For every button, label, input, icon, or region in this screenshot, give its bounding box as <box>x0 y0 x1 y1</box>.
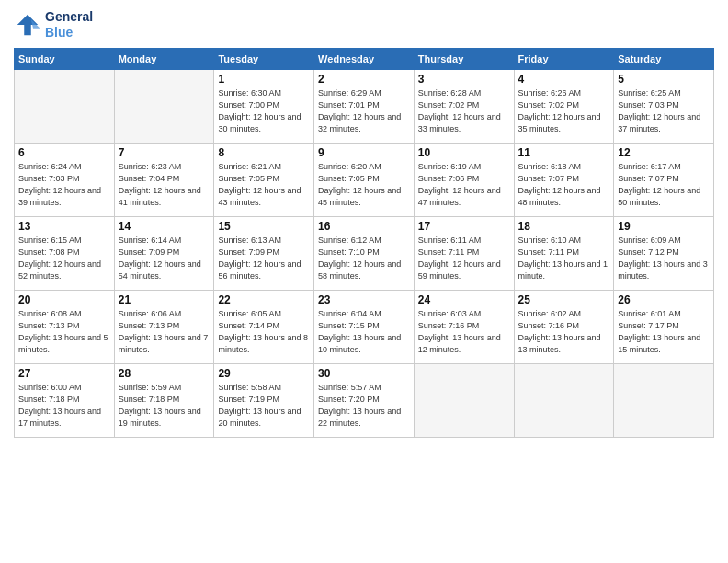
weekday-header-saturday: Saturday <box>614 48 714 69</box>
calendar-cell: 6Sunrise: 6:24 AMSunset: 7:03 PMDaylight… <box>15 143 115 216</box>
calendar-cell: 3Sunrise: 6:28 AMSunset: 7:02 PMDaylight… <box>414 69 514 143</box>
day-number: 6 <box>18 146 110 159</box>
day-info: Sunrise: 6:19 AMSunset: 7:06 PMDaylight:… <box>418 161 510 209</box>
day-info: Sunrise: 6:08 AMSunset: 7:13 PMDaylight:… <box>18 308 110 356</box>
weekday-header-sunday: Sunday <box>15 48 115 69</box>
day-number: 21 <box>119 293 210 306</box>
day-info: Sunrise: 6:24 AMSunset: 7:03 PMDaylight:… <box>18 161 110 209</box>
day-info: Sunrise: 6:30 AMSunset: 7:00 PMDaylight:… <box>218 87 310 135</box>
day-number: 15 <box>218 220 310 233</box>
calendar-cell: 29Sunrise: 5:58 AMSunset: 7:19 PMDayligh… <box>214 363 314 437</box>
day-info: Sunrise: 6:18 AMSunset: 7:07 PMDaylight:… <box>518 161 610 209</box>
day-info: Sunrise: 6:17 AMSunset: 7:07 PMDaylight:… <box>618 161 710 209</box>
day-info: Sunrise: 6:12 AMSunset: 7:10 PMDaylight:… <box>318 235 410 282</box>
day-number: 28 <box>119 367 210 380</box>
day-info: Sunrise: 6:06 AMSunset: 7:13 PMDaylight:… <box>119 308 210 356</box>
calendar-cell: 20Sunrise: 6:08 AMSunset: 7:13 PMDayligh… <box>15 290 115 363</box>
day-info: Sunrise: 5:59 AMSunset: 7:18 PMDaylight:… <box>119 382 210 430</box>
calendar-cell: 9Sunrise: 6:20 AMSunset: 7:05 PMDaylight… <box>314 143 415 216</box>
calendar-cell: 19Sunrise: 6:09 AMSunset: 7:12 PMDayligh… <box>614 216 714 290</box>
calendar-cell <box>414 363 514 437</box>
week-row-1: 1Sunrise: 6:30 AMSunset: 7:00 PMDaylight… <box>15 69 714 143</box>
calendar-cell: 23Sunrise: 6:04 AMSunset: 7:15 PMDayligh… <box>314 290 415 363</box>
day-number: 19 <box>618 220 710 233</box>
day-number: 22 <box>218 293 310 306</box>
day-info: Sunrise: 6:09 AMSunset: 7:12 PMDaylight:… <box>618 235 710 282</box>
day-number: 29 <box>218 367 310 380</box>
day-number: 5 <box>618 73 710 86</box>
week-row-2: 6Sunrise: 6:24 AMSunset: 7:03 PMDaylight… <box>15 143 714 216</box>
week-row-3: 13Sunrise: 6:15 AMSunset: 7:08 PMDayligh… <box>15 216 714 290</box>
logo: General Blue <box>14 9 93 40</box>
day-number: 27 <box>18 367 110 380</box>
weekday-header-tuesday: Tuesday <box>214 48 314 69</box>
calendar-cell: 17Sunrise: 6:11 AMSunset: 7:11 PMDayligh… <box>414 216 514 290</box>
calendar-cell: 8Sunrise: 6:21 AMSunset: 7:05 PMDaylight… <box>214 143 314 216</box>
day-number: 16 <box>318 220 410 233</box>
day-info: Sunrise: 6:20 AMSunset: 7:05 PMDaylight:… <box>318 161 410 209</box>
day-info: Sunrise: 5:58 AMSunset: 7:19 PMDaylight:… <box>218 382 310 430</box>
calendar-cell: 12Sunrise: 6:17 AMSunset: 7:07 PMDayligh… <box>614 143 714 216</box>
day-number: 26 <box>618 293 710 306</box>
day-info: Sunrise: 5:57 AMSunset: 7:20 PMDaylight:… <box>318 382 410 430</box>
day-number: 25 <box>518 293 610 306</box>
weekday-header-monday: Monday <box>114 48 214 69</box>
day-number: 13 <box>18 220 110 233</box>
week-row-4: 20Sunrise: 6:08 AMSunset: 7:13 PMDayligh… <box>15 290 714 363</box>
calendar-cell: 28Sunrise: 5:59 AMSunset: 7:18 PMDayligh… <box>114 363 214 437</box>
calendar-cell: 4Sunrise: 6:26 AMSunset: 7:02 PMDaylight… <box>514 69 614 143</box>
calendar-cell: 15Sunrise: 6:13 AMSunset: 7:09 PMDayligh… <box>214 216 314 290</box>
day-info: Sunrise: 6:00 AMSunset: 7:18 PMDaylight:… <box>18 382 110 430</box>
day-number: 7 <box>119 146 210 159</box>
day-number: 14 <box>119 220 210 233</box>
day-info: Sunrise: 6:21 AMSunset: 7:05 PMDaylight:… <box>218 161 310 209</box>
day-info: Sunrise: 6:01 AMSunset: 7:17 PMDaylight:… <box>618 308 710 356</box>
calendar-cell: 10Sunrise: 6:19 AMSunset: 7:06 PMDayligh… <box>414 143 514 216</box>
day-info: Sunrise: 6:29 AMSunset: 7:01 PMDaylight:… <box>318 87 410 135</box>
calendar-cell <box>614 363 714 437</box>
day-number: 30 <box>318 367 410 380</box>
day-info: Sunrise: 6:13 AMSunset: 7:09 PMDaylight:… <box>218 235 310 282</box>
day-info: Sunrise: 6:05 AMSunset: 7:14 PMDaylight:… <box>218 308 310 356</box>
day-info: Sunrise: 6:04 AMSunset: 7:15 PMDaylight:… <box>318 308 410 356</box>
day-info: Sunrise: 6:26 AMSunset: 7:02 PMDaylight:… <box>518 87 610 135</box>
calendar-cell: 22Sunrise: 6:05 AMSunset: 7:14 PMDayligh… <box>214 290 314 363</box>
day-number: 20 <box>18 293 110 306</box>
day-info: Sunrise: 6:25 AMSunset: 7:03 PMDaylight:… <box>618 87 710 135</box>
page: General Blue SundayMondayTuesdayWednesda… <box>0 0 728 563</box>
day-info: Sunrise: 6:11 AMSunset: 7:11 PMDaylight:… <box>418 235 510 282</box>
calendar-cell: 26Sunrise: 6:01 AMSunset: 7:17 PMDayligh… <box>614 290 714 363</box>
day-info: Sunrise: 6:10 AMSunset: 7:11 PMDaylight:… <box>518 235 610 282</box>
calendar-cell: 30Sunrise: 5:57 AMSunset: 7:20 PMDayligh… <box>314 363 415 437</box>
day-number: 9 <box>318 146 410 159</box>
calendar-cell: 7Sunrise: 6:23 AMSunset: 7:04 PMDaylight… <box>114 143 214 216</box>
day-info: Sunrise: 6:03 AMSunset: 7:16 PMDaylight:… <box>418 308 510 356</box>
calendar-cell: 21Sunrise: 6:06 AMSunset: 7:13 PMDayligh… <box>114 290 214 363</box>
day-number: 12 <box>618 146 710 159</box>
calendar-cell: 14Sunrise: 6:14 AMSunset: 7:09 PMDayligh… <box>114 216 214 290</box>
day-number: 8 <box>218 146 310 159</box>
day-number: 11 <box>518 146 610 159</box>
day-number: 2 <box>318 73 410 86</box>
week-row-5: 27Sunrise: 6:00 AMSunset: 7:18 PMDayligh… <box>15 363 714 437</box>
weekday-header-thursday: Thursday <box>414 48 514 69</box>
day-number: 23 <box>318 293 410 306</box>
calendar-cell: 27Sunrise: 6:00 AMSunset: 7:18 PMDayligh… <box>15 363 115 437</box>
day-info: Sunrise: 6:28 AMSunset: 7:02 PMDaylight:… <box>418 87 510 135</box>
header: General Blue <box>14 9 714 40</box>
day-number: 1 <box>218 73 310 86</box>
logo-text: General Blue <box>45 9 93 40</box>
calendar-cell: 11Sunrise: 6:18 AMSunset: 7:07 PMDayligh… <box>514 143 614 216</box>
day-number: 24 <box>418 293 510 306</box>
weekday-header-friday: Friday <box>514 48 614 69</box>
day-number: 10 <box>418 146 510 159</box>
calendar-cell: 25Sunrise: 6:02 AMSunset: 7:16 PMDayligh… <box>514 290 614 363</box>
day-info: Sunrise: 6:23 AMSunset: 7:04 PMDaylight:… <box>119 161 210 209</box>
weekday-header-wednesday: Wednesday <box>314 48 415 69</box>
weekday-header-row: SundayMondayTuesdayWednesdayThursdayFrid… <box>15 48 714 69</box>
day-info: Sunrise: 6:02 AMSunset: 7:16 PMDaylight:… <box>518 308 610 356</box>
calendar-cell: 13Sunrise: 6:15 AMSunset: 7:08 PMDayligh… <box>15 216 115 290</box>
calendar-cell: 24Sunrise: 6:03 AMSunset: 7:16 PMDayligh… <box>414 290 514 363</box>
calendar-cell <box>514 363 614 437</box>
calendar-cell: 2Sunrise: 6:29 AMSunset: 7:01 PMDaylight… <box>314 69 415 143</box>
